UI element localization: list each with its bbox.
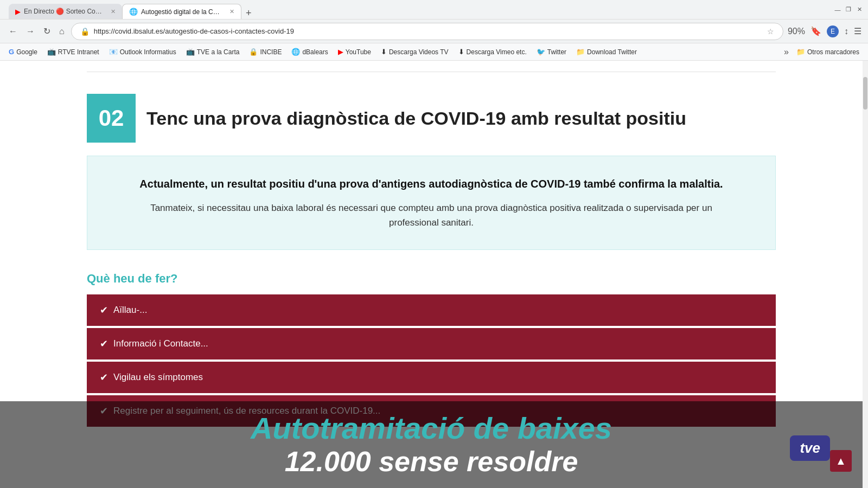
bookmark-download-twitter-label: Download Twitter bbox=[587, 48, 637, 56]
tab-inactive-1[interactable]: ▶ En Directo 🔴 Sorteo Copa de... ✕ bbox=[9, 4, 122, 19]
close-button[interactable]: ✕ bbox=[855, 5, 864, 14]
bookmark-descarga-videos-label: Descarga Videos TV bbox=[389, 48, 449, 56]
youtube-icon: ▶ bbox=[338, 48, 343, 56]
scroll-top-button[interactable]: ▲ bbox=[830, 450, 852, 472]
info-box-bold-text: Actualmente, un resultat positiu d'una p… bbox=[131, 176, 732, 192]
check-icon-1: ✔ bbox=[100, 304, 108, 316]
bookmark-twitter-label: Twitter bbox=[547, 48, 566, 56]
security-icon: 🔒 bbox=[80, 27, 90, 36]
bookmark-incibe[interactable]: 🔒 INCIBE bbox=[245, 46, 286, 57]
tab-active-2[interactable]: 🌐 Autogestió digital de la COVID... ✕ bbox=[122, 4, 241, 19]
accordion-item-1[interactable]: ✔ Aïllau-... bbox=[87, 294, 776, 326]
url-bar[interactable]: 🔒 https://covid.ibsalut.es/autogestio-de… bbox=[71, 23, 783, 40]
bookmark-rtve-label: RTVE Intranet bbox=[58, 48, 99, 56]
section-title: Tenc una prova diagnòstica de COVID-19 a… bbox=[146, 108, 686, 129]
overlay-notification: Autotramitació de baixes 12.000 sense re… bbox=[0, 401, 863, 488]
page-inner: 02 Tenc una prova diagnòstica de COVID-1… bbox=[0, 61, 863, 440]
bookmarks-bar: G Google 📺 RTVE Intranet 📧 Outlook Infor… bbox=[0, 43, 868, 61]
download-twitter-icon: 📁 bbox=[576, 48, 585, 56]
tab1-label: En Directo 🔴 Sorteo Copa de... bbox=[24, 8, 105, 15]
overlay-line2: 12.000 sense resoldre bbox=[251, 445, 612, 478]
overlay-line1: Autotramitació de baixes bbox=[251, 412, 612, 445]
zoom-level[interactable]: 90% bbox=[788, 27, 805, 36]
bookmark-otros-marcadores[interactable]: 📁 Otros marcadores bbox=[792, 46, 864, 57]
dbalears-icon: 🌐 bbox=[291, 48, 300, 56]
overlay-text: Autotramitació de baixes 12.000 sense re… bbox=[251, 412, 612, 478]
accordion-label-1: Aïllau-... bbox=[113, 305, 147, 316]
section-number: 02 bbox=[99, 105, 124, 131]
tve-icon: 📺 bbox=[186, 48, 195, 56]
address-bar: ← → ↻ ⌂ 🔒 https://covid.ibsalut.es/autog… bbox=[0, 20, 868, 43]
bookmarks-icon[interactable]: 🔖 bbox=[810, 26, 821, 36]
home-button[interactable]: ⌂ bbox=[57, 24, 67, 38]
bookmark-google[interactable]: G Google bbox=[4, 46, 42, 57]
descarga-videos-icon: ⬇ bbox=[381, 48, 387, 56]
tab1-icon: ▶ bbox=[15, 8, 21, 16]
info-box: Actualmente, un resultat positiu d'una p… bbox=[87, 156, 776, 250]
bookmark-youtube[interactable]: ▶ YouTube bbox=[334, 46, 375, 57]
tabs-bar: ▶ En Directo 🔴 Sorteo Copa de... ✕ 🌐 Aut… bbox=[9, 0, 833, 19]
accordion-label-3: Vigilau els símptomes bbox=[113, 372, 203, 383]
bookmark-incibe-label: INCIBE bbox=[260, 48, 282, 56]
sync-icon[interactable]: ↕ bbox=[844, 27, 848, 36]
bookmark-descarga-videos[interactable]: ⬇ Descarga Videos TV bbox=[376, 46, 453, 57]
bookmark-rtve[interactable]: 📺 RTVE Intranet bbox=[43, 46, 104, 57]
rtve-icon: 📺 bbox=[47, 48, 56, 56]
top-divider bbox=[87, 72, 776, 72]
outlook-icon: 📧 bbox=[109, 48, 118, 56]
menu-icon[interactable]: ☰ bbox=[854, 26, 861, 36]
descarga-vimeo-icon: ⬇ bbox=[458, 48, 464, 56]
accordion-item-2[interactable]: ✔ Informació i Contacte... bbox=[87, 328, 776, 359]
bookmark-youtube-label: YouTube bbox=[346, 48, 371, 56]
window-controls: — ❐ ✕ bbox=[833, 5, 864, 14]
page-content: 02 Tenc una prova diagnòstica de COVID-1… bbox=[0, 61, 863, 488]
new-tab-button[interactable]: + bbox=[246, 8, 252, 19]
bookmarks-overflow-button[interactable]: » bbox=[782, 47, 791, 57]
bookmark-outlook-label: Outlook Informatius bbox=[120, 48, 176, 56]
bookmark-google-label: Google bbox=[16, 48, 37, 56]
bookmark-otros-label: Otros marcadores bbox=[807, 48, 859, 56]
back-button[interactable]: ← bbox=[7, 24, 20, 38]
reload-button[interactable]: ↻ bbox=[41, 24, 53, 38]
info-box-normal-text: Tanmateix, si necessitau una baixa labor… bbox=[131, 201, 732, 230]
accordion-label-2: Informació i Contacte... bbox=[113, 338, 208, 349]
minimize-button[interactable]: — bbox=[833, 5, 842, 14]
google-icon: G bbox=[9, 48, 14, 56]
tab2-close[interactable]: ✕ bbox=[229, 8, 234, 15]
que-heu-heading: Què heu de fer? bbox=[87, 272, 776, 286]
otros-marcadores-icon: 📁 bbox=[796, 48, 805, 56]
browser-content: 02 Tenc una prova diagnòstica de COVID-1… bbox=[0, 61, 868, 488]
bookmark-descarga-vimeo-label: Descarga Vimeo etc. bbox=[467, 48, 527, 56]
bookmark-star-icon[interactable]: ☆ bbox=[767, 27, 774, 36]
accordion-item-3[interactable]: ✔ Vigilau els símptomes bbox=[87, 362, 776, 393]
bookmark-dbalears[interactable]: 🌐 dBalears bbox=[287, 46, 332, 57]
section-number-box: 02 bbox=[87, 94, 136, 143]
bookmark-tve[interactable]: 📺 TVE a la Carta bbox=[182, 46, 244, 57]
browser-title-bar: ▶ En Directo 🔴 Sorteo Copa de... ✕ 🌐 Aut… bbox=[0, 0, 868, 20]
tab1-close[interactable]: ✕ bbox=[111, 8, 116, 15]
scrollbar[interactable] bbox=[863, 61, 868, 488]
incibe-icon: 🔒 bbox=[249, 48, 258, 56]
url-text: https://covid.ibsalut.es/autogestio-de-c… bbox=[94, 27, 763, 35]
bookmark-descarga-vimeo[interactable]: ⬇ Descarga Vimeo etc. bbox=[454, 46, 531, 57]
scrollbar-thumb[interactable] bbox=[863, 77, 867, 110]
check-icon-2: ✔ bbox=[100, 338, 108, 350]
bookmark-dbalears-label: dBalears bbox=[302, 48, 328, 56]
tab2-icon: 🌐 bbox=[129, 8, 138, 16]
bookmark-twitter[interactable]: 🐦 Twitter bbox=[532, 46, 571, 57]
container-icon[interactable]: E bbox=[827, 25, 839, 37]
bookmark-download-twitter[interactable]: 📁 Download Twitter bbox=[572, 46, 641, 57]
overflow-icon: » bbox=[784, 47, 789, 57]
tab2-label: Autogestió digital de la COVID... bbox=[141, 8, 224, 16]
bookmark-tve-label: TVE a la Carta bbox=[197, 48, 240, 56]
maximize-button[interactable]: ❐ bbox=[844, 5, 853, 14]
toolbar-icons: 90% 🔖 E ↕ ☰ bbox=[788, 25, 861, 37]
forward-button[interactable]: → bbox=[24, 24, 37, 38]
check-icon-3: ✔ bbox=[100, 371, 108, 383]
section-header: 02 Tenc una prova diagnòstica de COVID-1… bbox=[87, 94, 776, 143]
twitter-icon: 🐦 bbox=[537, 48, 545, 56]
tve-logo: tve bbox=[790, 435, 830, 461]
bookmark-outlook[interactable]: 📧 Outlook Informatius bbox=[105, 46, 181, 57]
